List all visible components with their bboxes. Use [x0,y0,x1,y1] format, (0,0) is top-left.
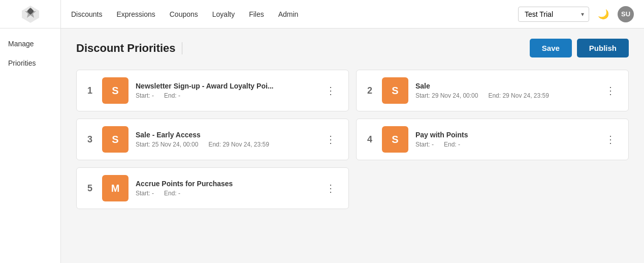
page-title-area: Discount Priorities [76,42,182,55]
card-info: Accrue Points for Purchases Start: - End… [136,180,314,197]
card-icon: S [102,126,128,153]
card-priority-number: 3 [85,134,95,145]
card-info: Sale Start: 29 Nov 24, 00:00 End: 29 Nov… [415,82,594,99]
avatar[interactable]: SU [618,6,634,22]
discount-card: 3 S Sale - Early Access Start: 25 Nov 24… [76,119,349,160]
card-dates: Start: - End: - [415,141,594,148]
discount-cards-grid: 1 S Newsletter Sign-up - Award Loyalty P… [76,70,629,209]
topnav-expressions[interactable]: Expressions [116,10,155,18]
topnav-loyalty[interactable]: Loyalty [212,10,235,18]
card-start-date: Start: - [136,92,154,99]
publish-button[interactable]: Publish [577,39,629,57]
card-priority-number: 1 [85,85,95,96]
dark-mode-icon[interactable]: 🌙 [596,7,610,21]
card-priority-number: 4 [365,134,375,145]
logo-area [0,0,60,28]
card-menu-button[interactable]: ⋮ [321,83,340,98]
sidebar-navigation: Manage Priorities [0,28,60,78]
topnav-discounts[interactable]: Discounts [71,10,102,18]
card-end-date: End: 29 Nov 24, 23:59 [208,141,269,148]
card-start-date: Start: 29 Nov 24, 00:00 [415,92,478,99]
card-start-date: Start: - [136,190,154,197]
discount-card: 2 S Sale Start: 29 Nov 24, 00:00 End: 29… [356,70,629,111]
card-name: Accrue Points for Purchases [136,180,314,188]
card-end-date: End: 29 Nov 24, 23:59 [488,92,549,99]
card-icon: S [382,77,408,104]
card-menu-button[interactable]: ⋮ [321,132,340,147]
env-select-wrapper: Test Trial Production Staging [518,7,589,22]
card-menu-button[interactable]: ⋮ [321,181,340,195]
card-info: Sale - Early Access Start: 25 Nov 24, 00… [136,131,314,148]
card-name: Pay with Points [415,131,594,139]
top-navigation: Discounts Expressions Coupons Loyalty Fi… [61,0,644,28]
discount-card: 1 S Newsletter Sign-up - Award Loyalty P… [76,70,349,111]
app-logo-icon [21,5,40,24]
main-area: Discounts Expressions Coupons Loyalty Fi… [61,0,644,263]
discount-card: 4 S Pay with Points Start: - End: - ⋮ [356,119,629,160]
sidebar-item-priorities[interactable]: Priorities [8,58,52,68]
card-end-date: End: - [164,92,180,99]
header-actions: Save Publish [530,39,629,57]
card-start-date: Start: 25 Nov 24, 00:00 [136,141,198,148]
card-name: Newsletter Sign-up - Award Loyalty Poi..… [136,82,314,90]
card-priority-number: 5 [85,183,95,194]
card-end-date: End: - [164,190,180,197]
card-name: Sale [415,82,594,90]
card-info: Newsletter Sign-up - Award Loyalty Poi..… [136,82,314,99]
sidebar: Manage Priorities [0,0,61,263]
save-button[interactable]: Save [530,39,572,57]
card-start-date: Start: - [415,141,434,148]
card-dates: Start: 25 Nov 24, 00:00 End: 29 Nov 24, … [136,141,314,148]
card-end-date: End: - [444,141,460,148]
env-select[interactable]: Test Trial Production Staging [518,7,589,22]
discount-card: 5 M Accrue Points for Purchases Start: -… [76,167,349,209]
card-name: Sale - Early Access [136,131,314,139]
topnav-coupons[interactable]: Coupons [170,10,198,18]
sidebar-item-manage[interactable]: Manage [8,39,52,49]
topnav-links: Discounts Expressions Coupons Loyalty Fi… [71,10,503,18]
topnav-right: Test Trial Production Staging 🌙 SU [518,6,634,22]
card-priority-number: 2 [365,85,375,96]
page-title-divider [182,42,182,54]
topnav-admin[interactable]: Admin [278,10,299,18]
card-info: Pay with Points Start: - End: - [415,131,594,148]
card-dates: Start: 29 Nov 24, 00:00 End: 29 Nov 24, … [415,92,594,99]
card-icon: S [102,77,128,104]
page-header: Discount Priorities Save Publish [76,39,629,57]
card-dates: Start: - End: - [136,190,314,197]
card-icon: M [102,175,128,201]
topnav-files[interactable]: Files [249,10,264,18]
card-menu-button[interactable]: ⋮ [601,132,620,147]
card-dates: Start: - End: - [136,92,314,99]
page-title: Discount Priorities [76,42,176,55]
page-content: Discount Priorities Save Publish 1 S New… [61,28,644,263]
card-menu-button[interactable]: ⋮ [601,83,620,98]
card-icon: S [382,126,408,153]
